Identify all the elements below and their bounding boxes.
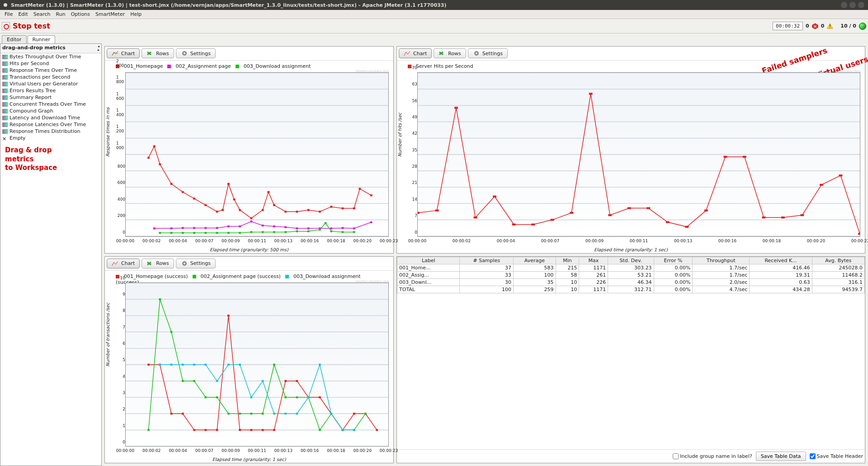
metric-empty[interactable]: ✕Empty xyxy=(0,135,101,141)
table-row[interactable]: TOTAL100259101171312.710.00%4.7/sec434.2… xyxy=(397,286,865,293)
sidebar-scroll-arrows[interactable]: ◂▸ xyxy=(98,45,99,52)
panel-summary-table: Label# SamplesAverageMinMaxStd. Dev.Erro… xyxy=(396,256,865,464)
svg-rect-78 xyxy=(342,231,344,233)
panel-hits: Chart Rows Settings Server Hits per Seco… xyxy=(396,46,865,254)
svg-rect-18 xyxy=(153,146,156,147)
svg-rect-46 xyxy=(205,227,207,229)
tab-settings[interactable]: Settings xyxy=(176,48,216,58)
table-row[interactable]: 001_Home...375832151171303.230.00%1.7/se… xyxy=(397,264,865,271)
metric-item[interactable]: Response Times Over Time xyxy=(0,67,101,74)
svg-rect-132 xyxy=(170,413,173,414)
minimize-button[interactable] xyxy=(841,2,847,8)
tab-editor[interactable]: Editor xyxy=(2,35,27,43)
menu-help[interactable]: Help xyxy=(127,11,144,17)
save-table-data-button[interactable]: Save Table Data xyxy=(756,452,806,461)
svg-rect-159 xyxy=(239,413,241,414)
sidebar: drag-and-drop metrics ◂▸ Bytes Throughpu… xyxy=(0,43,102,466)
svg-text:✕: ✕ xyxy=(813,24,817,28)
svg-rect-157 xyxy=(216,396,218,398)
stop-icon[interactable] xyxy=(2,22,10,30)
tab-settings[interactable]: Settings xyxy=(176,259,216,268)
close-button[interactable] xyxy=(858,2,864,8)
metric-item[interactable]: Errors Results Tree xyxy=(0,87,101,94)
window-title: SmartMeter (1.3.0) | SmartMeter (1.3.0) … xyxy=(11,2,839,8)
chart-icon xyxy=(112,260,119,267)
metric-item[interactable]: Response Latencies Over Time xyxy=(0,121,101,128)
svg-rect-26 xyxy=(227,183,230,185)
svg-rect-170 xyxy=(364,413,367,414)
svg-rect-50 xyxy=(250,221,253,222)
menu-options[interactable]: Options xyxy=(68,11,93,17)
metric-item[interactable]: Compound Graph xyxy=(0,108,101,114)
chart-icon xyxy=(112,50,119,56)
table-header[interactable]: Average xyxy=(514,257,556,264)
tab-chart[interactable]: Chart xyxy=(399,48,432,58)
metric-item[interactable]: Virtual Users per Generator xyxy=(0,80,101,87)
table-header[interactable]: Max xyxy=(579,257,608,264)
svg-rect-102 xyxy=(589,93,593,94)
metric-item[interactable]: Latency and Download Time xyxy=(0,114,101,121)
save-header-checkbox[interactable]: Save Table Header xyxy=(810,453,863,459)
metric-item[interactable]: Bytes Throughput Over Time xyxy=(0,53,101,60)
svg-rect-136 xyxy=(216,429,218,431)
svg-rect-183 xyxy=(296,413,298,414)
table-header[interactable]: Avg. Bytes xyxy=(812,257,864,264)
menu-run[interactable]: Run xyxy=(53,11,68,17)
table-header[interactable]: Label xyxy=(397,257,460,264)
svg-rect-63 xyxy=(182,232,184,234)
metric-icon xyxy=(2,109,8,113)
table-row[interactable]: 003_Downl...30351022646.340.00%2.0/sec0.… xyxy=(397,278,865,286)
tab-settings[interactable]: Settings xyxy=(468,48,508,58)
metric-item[interactable]: Summary Report xyxy=(0,94,101,101)
table-header[interactable]: Min xyxy=(556,257,579,264)
svg-rect-137 xyxy=(227,315,230,316)
maximize-button[interactable] xyxy=(849,2,856,8)
tab-rows[interactable]: Rows xyxy=(434,48,466,58)
sidebar-header: drag-and-drop metrics ◂▸ xyxy=(0,44,101,53)
svg-rect-69 xyxy=(250,231,253,233)
workspace: Chart Rows Settings 001_Homepage002_Assi… xyxy=(102,43,868,466)
metric-label: Compound Graph xyxy=(9,108,53,114)
svg-point-5 xyxy=(184,52,185,54)
table-header[interactable]: Received K... xyxy=(750,257,812,264)
app-indicator xyxy=(4,3,7,7)
metric-label: Latency and Download Time xyxy=(9,115,80,121)
svg-rect-58 xyxy=(342,227,344,229)
menu-smartmeter[interactable]: SmartMeter xyxy=(93,11,127,17)
metric-item[interactable]: Hits per Second xyxy=(0,60,101,67)
tab-runner[interactable]: Runner xyxy=(28,35,55,43)
chart-canvas xyxy=(125,72,389,237)
svg-rect-60 xyxy=(370,221,373,223)
svg-rect-164 xyxy=(296,396,298,398)
svg-rect-19 xyxy=(159,163,161,165)
tab-rows[interactable]: Rows xyxy=(142,259,174,268)
include-group-checkbox[interactable]: Include group name in label? xyxy=(673,453,752,459)
stop-test-label[interactable]: Stop test xyxy=(13,22,50,30)
svg-rect-49 xyxy=(239,226,241,227)
svg-point-118 xyxy=(184,263,185,264)
svg-rect-22 xyxy=(193,198,195,199)
svg-rect-172 xyxy=(170,363,173,365)
table-row[interactable]: 002_Assig...331005826153.210.00%1.7/sec1… xyxy=(397,271,865,278)
svg-rect-143 xyxy=(296,380,298,381)
table-header[interactable]: # Samples xyxy=(460,257,514,264)
menu-file[interactable]: File xyxy=(2,11,15,17)
svg-rect-42 xyxy=(153,227,156,229)
tab-rows[interactable]: Rows xyxy=(142,48,174,58)
table-header[interactable]: Error % xyxy=(654,257,693,264)
table-header[interactable]: Std. Dev. xyxy=(608,257,654,264)
menu-edit[interactable]: Edit xyxy=(15,11,30,17)
panel-transactions: Chart Rows Settings 001_Homepage (succes… xyxy=(104,256,394,464)
svg-rect-112 xyxy=(781,217,785,218)
tab-chart[interactable]: Chart xyxy=(107,259,140,268)
metric-item[interactable]: Concurrent Threads Over Time xyxy=(0,101,101,108)
svg-rect-43 xyxy=(170,227,173,229)
tab-chart[interactable]: Chart xyxy=(107,48,140,58)
chart-canvas xyxy=(417,72,860,237)
sidebar-annotation: Drag & dropmetricsto Workspace xyxy=(0,141,101,177)
menu-search[interactable]: Search xyxy=(31,11,53,17)
svg-rect-162 xyxy=(273,363,275,365)
metric-item[interactable]: Response Times Distribution xyxy=(0,128,101,135)
table-header[interactable]: Throughput xyxy=(693,257,750,264)
metric-item[interactable]: Transactions per Second xyxy=(0,74,101,80)
